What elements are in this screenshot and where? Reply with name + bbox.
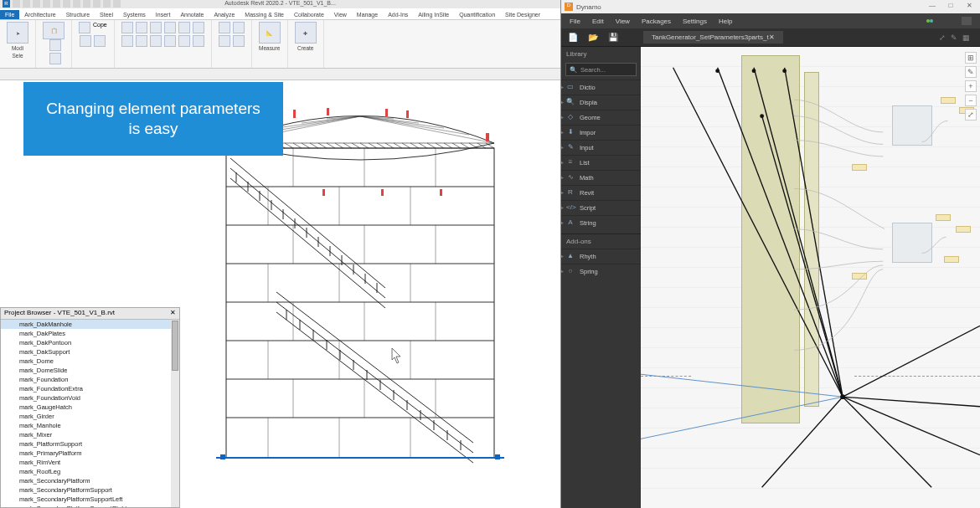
ribbon-tab[interactable]: Annotate (175, 10, 209, 19)
menu-item[interactable]: Edit (592, 18, 604, 25)
qat-button[interactable] (43, 0, 50, 8)
modify-tool-button[interactable] (121, 35, 133, 47)
list-item[interactable]: mark_SecondaryPlatformSupportLeft (1, 495, 179, 504)
minimize-button[interactable]: — (925, 2, 940, 12)
list-item[interactable]: mark_Girder (1, 412, 179, 421)
scrollbar[interactable] (171, 320, 179, 507)
modify-tool-button[interactable] (164, 22, 176, 33)
menu-item[interactable]: Packages (642, 18, 671, 25)
modify-tool-button[interactable] (150, 22, 162, 33)
list-item[interactable]: mark_DomeSlide (1, 366, 179, 375)
library-category[interactable]: ▸≡List (561, 155, 641, 170)
library-category[interactable]: ▸⬇Impor (561, 125, 641, 140)
list-item[interactable]: mark_Foundation (1, 375, 179, 384)
library-category[interactable]: ▸◇Geome (561, 110, 641, 125)
canvas-tool-button[interactable]: ⤢ (939, 33, 946, 42)
list-item[interactable]: mark_GaugeHatch (1, 403, 179, 412)
qat-button[interactable] (13, 0, 20, 8)
list-item[interactable]: mark_PrimaryPlatform (1, 449, 179, 458)
list-item[interactable]: mark_SecondaryPlatformSupportRight (1, 504, 179, 507)
cut-button[interactable] (49, 39, 61, 51)
modify-tool-button[interactable] (178, 22, 190, 33)
ribbon-tab[interactable]: Insert (151, 10, 176, 19)
copy-button[interactable] (49, 53, 61, 64)
modify-tool-button[interactable] (121, 22, 133, 33)
list-item[interactable]: mark_RimVent (1, 458, 179, 467)
menu-item[interactable]: View (616, 18, 630, 25)
ribbon-tab[interactable]: View (329, 10, 352, 19)
canvas-tool-button[interactable]: ▦ (962, 33, 970, 42)
list-item[interactable]: mark_Mixer (1, 430, 179, 439)
cope-button[interactable] (79, 22, 90, 33)
qat-button[interactable] (73, 0, 80, 8)
view-tool-button[interactable] (233, 22, 245, 33)
close-button[interactable]: ✕ (962, 2, 977, 12)
open-file-button[interactable]: 📂 (586, 31, 600, 44)
list-item[interactable]: mark_SecondaryPlatformSupport (1, 485, 179, 495)
create-button[interactable]: ✚ (295, 22, 317, 44)
list-item[interactable]: mark_Dome (1, 357, 179, 366)
modify-tool-button[interactable] (136, 35, 147, 47)
ribbon-tab[interactable]: Add-Ins (383, 10, 413, 19)
modify-tool-button[interactable] (193, 35, 204, 47)
file-tab[interactable]: File (0, 10, 19, 19)
maximize-button[interactable]: □ (943, 2, 958, 12)
ribbon-tab[interactable]: Manage (352, 10, 383, 19)
qat-button[interactable] (63, 0, 70, 8)
library-category[interactable]: ▸RRevit (561, 185, 641, 200)
modify-tool-button[interactable] (136, 22, 147, 33)
qat-button[interactable] (23, 0, 30, 8)
qat-button[interactable] (103, 0, 111, 8)
list-item[interactable]: mark_SecondaryPlatform (1, 476, 179, 485)
ribbon-tab[interactable]: Ailing InSite (413, 10, 454, 19)
canvas-tool-button[interactable]: ✎ (951, 33, 957, 42)
library-category[interactable]: ▸AString (561, 215, 641, 230)
project-browser-tree[interactable]: mark_DakManhole mark_DakPlates mark_DakP… (1, 320, 179, 507)
dynamo-canvas[interactable]: ⊞ ✎ + − ⤢ (641, 47, 980, 508)
modify-tool-button[interactable] (164, 35, 176, 47)
close-icon[interactable]: ✕ (170, 309, 176, 318)
list-item[interactable]: mark_FoundationVoid (1, 393, 179, 403)
ribbon-tab[interactable]: Collaborate (289, 10, 329, 19)
library-category[interactable]: ▸</>Script (561, 200, 641, 215)
list-item[interactable]: mark_DakSupport (1, 347, 179, 357)
menu-item[interactable]: Help (719, 18, 732, 25)
qat-button[interactable] (93, 0, 101, 8)
list-item[interactable]: mark_PlatformSupport (1, 439, 179, 449)
list-item[interactable]: mark_DakPlates (1, 329, 179, 338)
ribbon-tab[interactable]: Architecture (19, 10, 60, 19)
library-category[interactable]: ▸✎Input (561, 140, 641, 155)
list-item[interactable]: mark_RoofLeg (1, 467, 179, 476)
library-category[interactable]: ▸🔍Displa (561, 95, 641, 110)
menu-item[interactable]: File (570, 18, 580, 25)
qat-button[interactable] (113, 0, 121, 8)
fit-view-button[interactable]: ⊞ (965, 52, 977, 64)
list-item[interactable]: mark_Manhole (1, 421, 179, 430)
qat-button[interactable] (33, 0, 40, 8)
ribbon-tab[interactable]: Site Designer (500, 10, 545, 19)
modify-tool-button[interactable] (150, 35, 162, 47)
graph-tab[interactable]: TankGenerator_SetParameters3parts_t✕ (643, 31, 784, 44)
library-category[interactable]: ▸▭Dictio (561, 80, 641, 95)
modify-tool-button[interactable] (178, 35, 190, 47)
qat-button[interactable] (83, 0, 90, 8)
measure-button[interactable]: 📐 (259, 22, 281, 44)
view-tool-button[interactable] (219, 22, 230, 33)
library-category[interactable]: ▸∿Math (561, 170, 641, 185)
camera-icon[interactable] (962, 17, 972, 25)
modify-button[interactable]: ➤ (7, 22, 28, 44)
library-addon[interactable]: ▸▲Rhyth (561, 249, 641, 264)
paste-button[interactable]: 📋 (43, 22, 64, 39)
save-file-button[interactable]: 💾 (606, 31, 620, 44)
edit-button[interactable]: ✎ (965, 66, 977, 78)
modify-tool-button[interactable] (193, 22, 204, 33)
library-search-input[interactable]: 🔍 Search... (565, 63, 637, 76)
pan-button[interactable]: ⤢ (965, 109, 977, 121)
zoom-in-button[interactable]: + (965, 80, 977, 92)
menu-item[interactable]: Settings (683, 18, 707, 25)
ribbon-tab[interactable]: Massing & Site (240, 10, 289, 19)
library-addon[interactable]: ▸○Spring (561, 264, 641, 279)
ribbon-tab[interactable]: Steel (95, 10, 118, 19)
new-file-button[interactable]: 📄 (566, 31, 580, 44)
view-tool-button[interactable] (233, 35, 245, 47)
